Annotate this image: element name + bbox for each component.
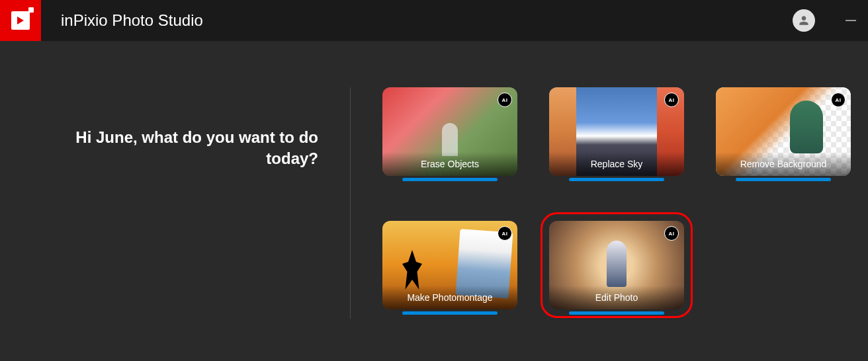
ai-badge-icon: AI xyxy=(498,93,512,107)
card-make-photomontage[interactable]: AI Make Photomontage xyxy=(382,221,517,309)
play-icon xyxy=(11,11,30,30)
card-accent xyxy=(569,311,664,315)
greeting-text: Hi June, what do you want to do today? xyxy=(66,127,318,170)
ai-badge-icon: AI xyxy=(664,93,679,107)
header: inPixio Photo Studio xyxy=(0,0,868,41)
ai-badge-icon: AI xyxy=(831,93,846,107)
ai-badge-icon: AI xyxy=(664,226,679,241)
card-erase-objects[interactable]: AI Erase Objects xyxy=(382,87,517,176)
card-accent xyxy=(736,178,831,181)
person-icon xyxy=(797,14,810,27)
card-edit-photo[interactable]: AI Edit Photo xyxy=(549,221,684,309)
account-button[interactable] xyxy=(793,9,815,32)
card-accent xyxy=(569,178,664,181)
card-accent xyxy=(402,178,498,181)
greeting-section: Hi June, what do you want to do today? xyxy=(0,87,351,319)
app-title: inPixio Photo Studio xyxy=(61,11,203,30)
card-replace-sky[interactable]: AI Replace Sky xyxy=(549,87,684,176)
ai-badge-icon: AI xyxy=(498,226,512,241)
card-accent xyxy=(402,311,498,315)
card-remove-background[interactable]: AI Remove Background xyxy=(716,87,851,176)
minimize-button[interactable] xyxy=(846,20,856,21)
cards-grid: AI Erase Objects AI Replace Sky AI Remov… xyxy=(351,87,851,319)
app-logo[interactable] xyxy=(0,0,41,41)
main-content: Hi June, what do you want to do today? A… xyxy=(0,41,868,319)
